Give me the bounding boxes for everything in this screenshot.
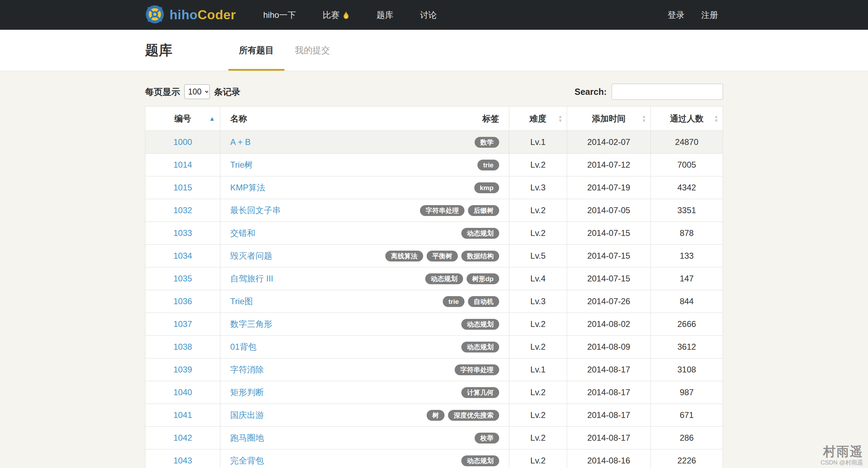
nav-item-discuss[interactable]: 讨论: [407, 0, 450, 30]
problem-name-link[interactable]: 矩形判断: [230, 387, 264, 398]
problem-name-link[interactable]: A + B: [230, 137, 250, 147]
nav-item-hiho-once[interactable]: hiho一下: [250, 0, 309, 30]
tag-badge: 平衡树: [427, 251, 458, 261]
date-cell: 2014-08-09: [567, 336, 650, 358]
tag-badge: 枚举: [475, 433, 499, 443]
problem-id-link[interactable]: 1042: [173, 433, 192, 442]
brand-wordmark: hihoCoder: [170, 8, 236, 22]
date-cell: 2014-08-16: [567, 449, 650, 468]
problem-name-link[interactable]: Trie树: [230, 159, 253, 170]
tag-badge: kmp: [474, 182, 499, 193]
column-header-name-label: 名称: [230, 113, 247, 124]
table-row: 1042 跑马圈地 枚举 Lv.2 2014-08-17 286: [145, 427, 723, 449]
problem-id-link[interactable]: 1040: [173, 387, 192, 397]
date-cell: 2014-07-26: [567, 290, 650, 313]
problem-name-link[interactable]: 跑马圈地: [230, 432, 264, 443]
date-cell: 2014-07-19: [567, 176, 650, 199]
per-page-prefix-label: 每页显示: [145, 86, 180, 98]
register-link[interactable]: 注册: [696, 0, 723, 30]
problem-name-link[interactable]: 自驾旅行 III: [230, 273, 273, 284]
date-cell: 2014-08-17: [567, 358, 650, 381]
problem-name-link[interactable]: 数字三角形: [230, 319, 272, 330]
problem-name-link[interactable]: KMP算法: [230, 182, 265, 193]
problem-name-link[interactable]: 最长回文子串: [230, 205, 281, 216]
table-row: 1037 数字三角形 动态规划 Lv.2 2014-08-02 2666: [145, 313, 723, 336]
tab-bar: 所有题目 我的提交: [228, 30, 340, 71]
difficulty-cell: Lv.2: [509, 427, 567, 449]
column-header-passed-count[interactable]: 通过人数 ▲▼: [650, 106, 723, 131]
tag-list: 离线算法平衡树数据结构: [385, 251, 499, 261]
tab-all-problems[interactable]: 所有题目: [228, 30, 284, 71]
tag-badge: 动态规划: [461, 228, 499, 239]
table-row: 1032 最长回文子串 字符串处理后缀树 Lv.2 2014-07-05 335…: [145, 199, 723, 222]
column-header-added-date[interactable]: 添加时间 ▲▼: [567, 106, 650, 131]
tag-list: trie: [477, 160, 499, 170]
table-row: 1041 国庆出游 树深度优先搜索 Lv.2 2014-08-17 671: [145, 404, 723, 427]
per-page-control: 每页显示 100 条记录: [145, 84, 240, 99]
table-row: 1015 KMP算法 kmp Lv.3 2014-07-19 4342: [145, 176, 723, 199]
problem-name-link[interactable]: Trie图: [230, 296, 253, 307]
nav-menu: hiho一下 比赛 题库 讨论: [250, 0, 450, 30]
difficulty-cell: Lv.2: [509, 313, 567, 336]
column-header-name-tags[interactable]: 名称 标签: [220, 106, 509, 131]
per-page-suffix-label: 条记录: [214, 86, 240, 98]
tag-list: kmp: [474, 182, 499, 193]
problem-name-link[interactable]: 01背包: [230, 341, 256, 352]
problem-id-link[interactable]: 1000: [173, 137, 192, 147]
table-toolbar: 每页显示 100 条记录 Search:: [145, 71, 723, 106]
problem-id-link[interactable]: 1033: [173, 228, 192, 238]
tag-badge: 字符串处理: [455, 364, 499, 375]
date-cell: 2014-02-07: [567, 131, 650, 154]
passed-cell: 147: [650, 267, 723, 290]
column-header-id[interactable]: 编号 ▲: [145, 106, 220, 131]
problem-id-link[interactable]: 1034: [173, 251, 192, 260]
nav-item: 讨论: [407, 0, 450, 30]
problem-id-link[interactable]: 1037: [173, 319, 192, 329]
date-cell: 2014-08-17: [567, 381, 650, 404]
problem-id-link[interactable]: 1043: [173, 456, 192, 465]
problem-id-link[interactable]: 1039: [173, 365, 192, 374]
problem-name-link[interactable]: 国庆出游: [230, 410, 264, 421]
problem-name-link[interactable]: 完全背包: [230, 455, 264, 466]
brand-logo[interactable]: hihoCoder: [145, 5, 236, 26]
tag-badge: 动态规划: [425, 273, 463, 284]
nav-item-problems[interactable]: 题库: [363, 0, 407, 30]
problem-id-link[interactable]: 1035: [173, 274, 192, 283]
nav-item-contest[interactable]: 比赛: [309, 0, 363, 30]
passed-cell: 3108: [650, 358, 723, 381]
search-label: Search:: [574, 87, 607, 97]
problem-name-link[interactable]: 交错和: [230, 228, 255, 239]
sort-icons: ▲▼: [558, 114, 563, 123]
passed-cell: 2666: [650, 313, 723, 336]
problem-id-link[interactable]: 1036: [173, 296, 192, 306]
search-input[interactable]: [612, 84, 723, 100]
main-content: 每页显示 100 条记录 Search: 编号: [145, 71, 723, 468]
tag-list: 计算几何: [461, 387, 499, 398]
difficulty-cell: Lv.1: [509, 131, 567, 154]
tag-list: 动态规划树形dp: [425, 273, 499, 284]
per-page-select[interactable]: 100: [184, 84, 210, 99]
problem-id-link[interactable]: 1038: [173, 342, 192, 351]
table-row: 1043 完全背包 动态规划 Lv.2 2014-08-16 2226: [145, 449, 723, 468]
passed-cell: 3351: [650, 199, 723, 222]
tab-my-submissions[interactable]: 我的提交: [284, 30, 340, 71]
column-header-difficulty[interactable]: 难度 ▲▼: [509, 106, 567, 131]
tag-list: 动态规划: [461, 455, 499, 466]
date-cell: 2014-08-17: [567, 427, 650, 449]
watermark-credit: CSDN @村雨遥: [821, 459, 863, 467]
tag-list: 动态规划: [461, 342, 499, 352]
problem-id-link[interactable]: 1015: [173, 183, 192, 192]
table-row: 1036 Trie图 trie自动机 Lv.3 2014-07-26 844: [145, 290, 723, 313]
date-cell: 2014-08-17: [567, 404, 650, 427]
login-link[interactable]: 登录: [663, 0, 689, 30]
problem-id-link[interactable]: 1014: [173, 160, 192, 169]
difficulty-cell: Lv.3: [509, 290, 567, 313]
problem-name-link[interactable]: 毁灭者问题: [230, 250, 272, 261]
difficulty-cell: Lv.2: [509, 381, 567, 404]
tag-badge: 自动机: [468, 296, 499, 307]
sort-icons: ▲▼: [714, 114, 718, 123]
problem-id-link[interactable]: 1032: [173, 205, 192, 215]
problem-name-link[interactable]: 字符消除: [230, 364, 264, 375]
date-cell: 2014-08-02: [567, 313, 650, 336]
problem-id-link[interactable]: 1041: [173, 410, 192, 420]
